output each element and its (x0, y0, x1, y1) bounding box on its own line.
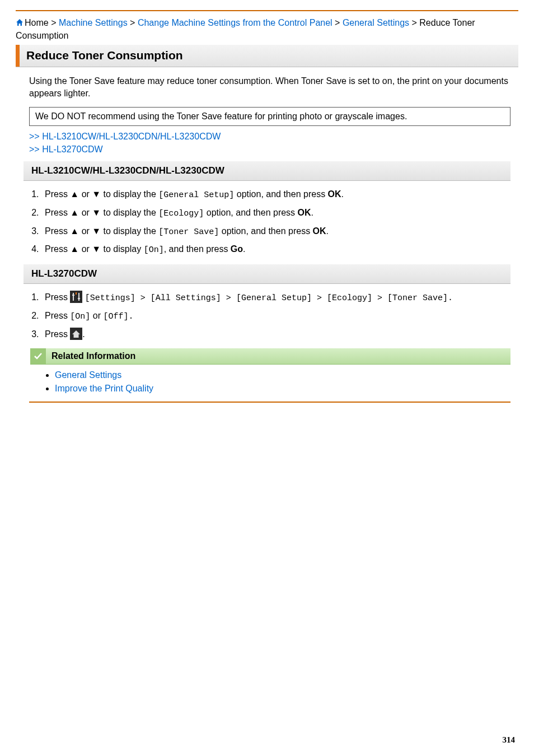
settings-icon (70, 291, 82, 303)
intro-text: Using the Toner Save feature may reduce … (29, 75, 510, 99)
page-title-bar: Reduce Toner Consumption (16, 45, 518, 67)
steps-list-1: Press ▲ or ▼ to display the [General Set… (29, 188, 510, 256)
related-info-title: Related Information (51, 348, 135, 364)
list-item: Press ▲ or ▼ to display the [Ecology] op… (41, 206, 510, 220)
svg-rect-1 (76, 292, 77, 295)
anchor-links: >> HL-L3210CW/HL-L3230CDN/HL-L3230CDW >>… (29, 130, 510, 156)
home-icon (16, 17, 24, 30)
breadcrumb-link-3[interactable]: General Settings (343, 18, 409, 27)
breadcrumb: Home > Machine Settings > Change Machine… (16, 17, 518, 41)
page-number: 314 (503, 735, 516, 745)
breadcrumb-home[interactable]: Home (25, 18, 49, 27)
list-item: Press . (41, 328, 510, 340)
list-item: General Settings (55, 370, 510, 380)
list-item: Press ▲ or ▼ to display the [General Set… (41, 188, 510, 202)
top-rule (16, 10, 518, 11)
list-item: Press [Settings] > [All Settings] > [Gen… (41, 291, 510, 305)
list-item: Press ▲ or ▼ to display the [Toner Save]… (41, 225, 510, 239)
anchor-link-1[interactable]: >> HL-L3210CW/HL-L3230CDN/HL-L3230CDW (29, 130, 510, 143)
page-title: Reduce Toner Consumption (20, 45, 190, 67)
related-link-1[interactable]: General Settings (55, 370, 121, 380)
related-link-2[interactable]: Improve the Print Quality (55, 384, 153, 393)
home-button-icon (70, 328, 82, 340)
section-heading-1: HL-L3210CW/HL-L3230CDN/HL-L3230CDW (24, 161, 510, 181)
breadcrumb-link-1[interactable]: Machine Settings (59, 18, 128, 27)
check-icon (30, 348, 46, 364)
list-item: Improve the Print Quality (55, 384, 510, 394)
note-box: We DO NOT recommend using the Toner Save… (29, 107, 510, 126)
bottom-rule (29, 402, 510, 403)
section-heading-2: HL-L3270CDW (24, 264, 510, 284)
related-info-bar: Related Information (30, 348, 510, 365)
list-item: Press [On] or [Off]. (41, 309, 510, 323)
related-list: General Settings Improve the Print Quali… (45, 370, 510, 394)
steps-list-2: Press [Settings] > [All Settings] > [Gen… (29, 291, 510, 340)
title-accent (16, 45, 20, 67)
anchor-link-2[interactable]: >> HL-L3270CDW (29, 143, 510, 156)
breadcrumb-link-2[interactable]: Change Machine Settings from the Control… (138, 18, 332, 27)
list-item: Press ▲ or ▼ to display [On], and then p… (41, 242, 510, 256)
